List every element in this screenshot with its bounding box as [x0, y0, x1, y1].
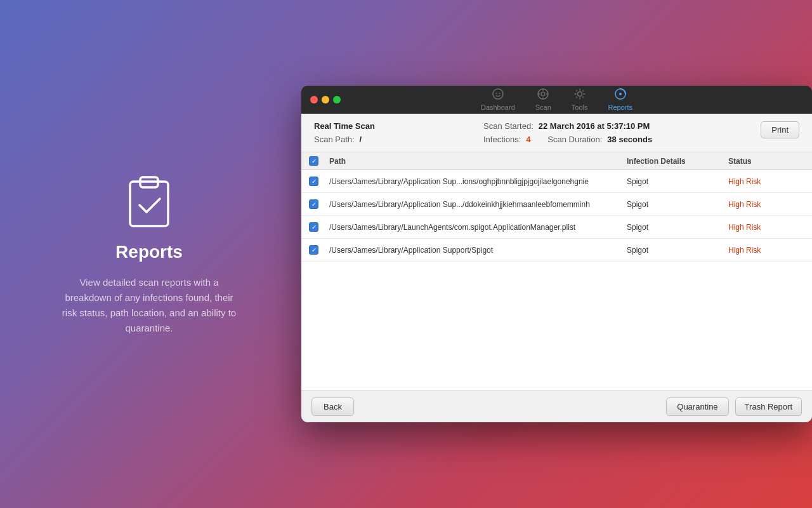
- row-infection-3: Spigot: [627, 223, 728, 232]
- left-panel-description: View detailed scan reports with a breakd…: [60, 275, 238, 336]
- scan-path-label: Scan Path:: [314, 135, 355, 144]
- title-bar: Dashboard Scan: [301, 86, 812, 114]
- info-center: Scan Started: 22 March 2016 at 5:37:10 P…: [483, 121, 652, 144]
- row-path-4: /Users/James/Library/Application Support…: [329, 246, 627, 255]
- tools-label: Tools: [572, 104, 588, 111]
- row-path-3: /Users/James/Library/LaunchAgents/com.sp…: [329, 223, 627, 232]
- footer-right-buttons: Quarantine Trash Report: [666, 398, 802, 416]
- footer: Back Quarantine Trash Report: [301, 391, 812, 422]
- row-status-3: High Risk: [728, 223, 804, 232]
- trash-report-button[interactable]: Trash Report: [735, 398, 802, 416]
- row-status-4: High Risk: [728, 246, 804, 255]
- info-bar: Real Time Scan Scan Path: / Scan Started…: [301, 114, 812, 152]
- row-checkbox-1[interactable]: ✓: [309, 177, 318, 186]
- reports-label: Reports: [608, 104, 633, 111]
- scan-duration-label: Scan Duration:: [547, 135, 602, 144]
- nav-item-tools[interactable]: Tools: [572, 88, 588, 111]
- scan-type-value: Real Time Scan: [314, 121, 375, 131]
- table-row: ✓ /Users/James/Library/LaunchAgents/com.…: [301, 216, 812, 239]
- scan-started-label: Scan Started:: [483, 121, 534, 131]
- svg-point-2: [493, 89, 503, 99]
- reports-icon: [615, 88, 626, 102]
- row-infection-4: Spigot: [627, 246, 728, 255]
- scan-icon: [537, 88, 549, 102]
- svg-point-3: [495, 93, 497, 94]
- row-checkbox-3[interactable]: ✓: [309, 222, 318, 232]
- svg-point-11: [577, 91, 582, 96]
- nav-item-dashboard[interactable]: Dashboard: [481, 88, 515, 111]
- nav-bar: Dashboard Scan: [301, 86, 812, 114]
- content-area: Real Time Scan Scan Path: / Scan Started…: [301, 114, 812, 422]
- app-window: Dashboard Scan: [301, 86, 812, 422]
- results-table: ✓ Path Infection Details Status ✓ /Users…: [301, 152, 812, 391]
- infections-row: Infections: 4 Scan Duration: 38 seconds: [483, 135, 652, 144]
- nav-item-scan[interactable]: Scan: [535, 88, 551, 111]
- back-button[interactable]: Back: [311, 398, 354, 416]
- row-infection-1: Spigot: [627, 177, 728, 186]
- row-checkbox-4[interactable]: ✓: [309, 245, 318, 255]
- infection-column-header: Infection Details: [627, 157, 728, 166]
- infections-label: Infections:: [483, 135, 521, 144]
- dashboard-label: Dashboard: [481, 104, 515, 111]
- scan-started-row: Scan Started: 22 March 2016 at 5:37:10 P…: [483, 121, 652, 131]
- path-column-header: Path: [329, 157, 627, 166]
- svg-point-4: [499, 93, 500, 94]
- left-panel-title: Reports: [115, 242, 183, 262]
- scan-started-value: 22 March 2016 at 5:37:10 PM: [539, 121, 650, 131]
- scan-path-value: /: [360, 135, 362, 144]
- info-left: Real Time Scan Scan Path: /: [314, 121, 375, 144]
- svg-point-13: [619, 93, 622, 95]
- nav-item-reports[interactable]: Reports: [608, 88, 633, 111]
- quarantine-button[interactable]: Quarantine: [666, 398, 728, 416]
- row-status-2: High Risk: [728, 200, 804, 209]
- select-all-checkbox[interactable]: ✓: [309, 156, 318, 166]
- scan-label: Scan: [535, 104, 551, 111]
- row-infection-2: Spigot: [627, 200, 728, 209]
- table-header: ✓ Path Infection Details Status: [301, 152, 812, 170]
- scan-path-row: Scan Path: /: [314, 135, 375, 144]
- tools-icon: [574, 88, 586, 102]
- table-row: ✓ /Users/James/Library/Application Sup..…: [301, 193, 812, 216]
- left-panel: Reports View detailed scan reports with …: [0, 0, 298, 508]
- scan-type-row: Real Time Scan: [314, 121, 375, 131]
- status-column-header: Status: [728, 157, 804, 166]
- row-path-2: /Users/James/Library/Application Sup.../…: [329, 200, 627, 209]
- row-status-1: High Risk: [728, 177, 804, 186]
- infections-value: 4: [526, 135, 530, 144]
- clipboard-icon: [124, 172, 174, 229]
- print-button[interactable]: Print: [761, 121, 799, 138]
- row-path-1: /Users/James/Library/Application Sup...i…: [329, 177, 627, 186]
- dashboard-icon: [492, 88, 504, 102]
- svg-point-6: [541, 92, 545, 96]
- scan-duration-value: 38 seconds: [607, 135, 652, 144]
- row-checkbox-2[interactable]: ✓: [309, 199, 318, 209]
- table-row: ✓ /Users/James/Library/Application Sup..…: [301, 170, 812, 193]
- table-row: ✓ /Users/James/Library/Application Suppo…: [301, 239, 812, 262]
